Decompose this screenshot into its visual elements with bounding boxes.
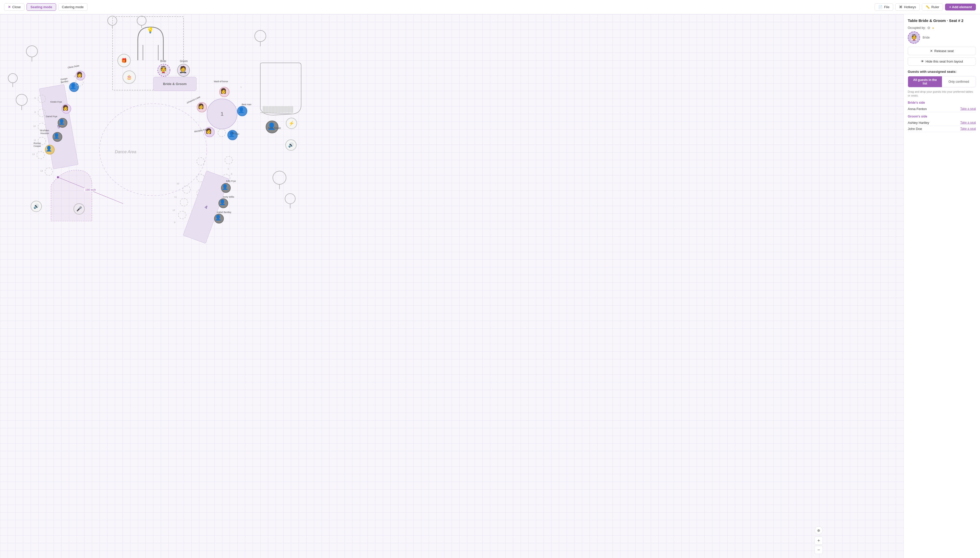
tree-right-2	[270, 170, 288, 192]
seat-t4-top: 1	[227, 167, 229, 170]
tree-right-1	[253, 30, 268, 49]
svg-point-31	[100, 104, 207, 195]
kitty-seat[interactable]: 👤	[221, 183, 231, 194]
seat-14-num: 14	[40, 169, 43, 172]
table-1-label: 1	[221, 111, 223, 117]
seat-13-empty[interactable]	[36, 151, 45, 159]
seat-t4-n2: 11	[174, 195, 177, 198]
purple-area	[46, 165, 97, 210]
svg-point-4	[26, 46, 38, 57]
svg-rect-44	[287, 106, 290, 113]
seat-t4-n3: 12	[172, 209, 175, 210]
catering-mode-label: Catering mode	[62, 5, 84, 9]
svg-rect-37	[266, 106, 268, 113]
close-label: Close	[12, 5, 21, 9]
kirstin-seat[interactable]: 👩	[61, 104, 72, 115]
groom-seat-label: Groom	[176, 60, 191, 62]
alice-label: Alice Neale	[268, 127, 281, 130]
speaker-right-icon: 🔊	[285, 140, 296, 151]
kitty-label: Kitty Frye	[223, 180, 239, 182]
bride-seat[interactable]: 👰	[157, 64, 170, 78]
plug-icon-element: ⚡	[286, 118, 297, 129]
seat-5-empty[interactable]	[38, 95, 46, 103]
seating-mode-button[interactable]: Seating mode	[26, 3, 56, 11]
svg-point-10	[255, 30, 266, 42]
maid-label: Maid-of-honor	[213, 80, 229, 83]
brenden-seat[interactable]: 👤	[52, 132, 62, 143]
bride-groom-label: Bride & Groom	[163, 82, 187, 86]
seat-15-empty[interactable]	[218, 129, 226, 137]
tree-left-3	[14, 94, 29, 112]
seat-13-num: 13	[32, 153, 35, 156]
lightbulb-icon: 💡	[147, 27, 154, 34]
table-4-label: 4	[204, 204, 208, 210]
tree-left-2	[7, 73, 19, 89]
tree-left-1	[24, 45, 39, 64]
tree-right-3	[283, 193, 297, 210]
svg-point-14	[285, 194, 295, 204]
seat-10-empty[interactable]	[38, 123, 46, 131]
svg-rect-38	[269, 106, 272, 113]
seat-15-t1-empty[interactable]	[224, 156, 233, 164]
archway: 💡	[135, 25, 166, 60]
svg-rect-43	[284, 106, 287, 113]
gift-icon-element: 🎁	[118, 54, 131, 67]
darrel-seat[interactable]: 👤	[57, 118, 68, 129]
speaker-left-icon: 🔊	[31, 201, 42, 210]
close-button[interactable]: ✕ Close	[4, 3, 25, 11]
svg-rect-45	[290, 106, 293, 113]
maid-seat[interactable]: 👩	[219, 87, 230, 98]
svg-point-6	[8, 74, 17, 83]
bestman-seat[interactable]: 👤	[237, 106, 247, 118]
svg-point-12	[273, 171, 286, 184]
bride-groom-table: Bride & Groom	[153, 77, 196, 91]
seat-5-num: 5	[34, 97, 36, 99]
svg-rect-36	[263, 106, 265, 113]
seat-t4-2[interactable]	[180, 198, 188, 206]
seat-t4-n1: 10	[177, 182, 179, 185]
canvas-area: 💡 🎁 🎂 Bride & Groom 👰 Bride 🤵 Groom 5 👤 …	[0, 14, 368, 210]
kirstin-label: Kirstin Frye	[49, 101, 64, 103]
seat-10-num: 10	[33, 125, 36, 128]
seat-11-empty[interactable]	[38, 137, 46, 145]
seat-9-t1: 9	[231, 172, 232, 175]
olivia-label: Olivia Duke	[66, 64, 82, 69]
close-icon: ✕	[8, 5, 11, 9]
svg-rect-39	[272, 106, 275, 113]
catering-mode-button[interactable]: Catering mode	[58, 3, 88, 11]
seat-8-num: 8	[74, 75, 75, 78]
seat-8-empty[interactable]	[75, 78, 83, 86]
jonty-seat[interactable]: 👤	[218, 198, 228, 209]
svg-rect-41	[278, 106, 281, 113]
toolbar: ✕ Close Seating mode Catering mode 📄 Fil…	[0, 0, 368, 14]
bride-seat-label: Bride	[156, 60, 171, 62]
seat-9-num: 9	[34, 111, 36, 113]
seat-1-num: 1	[241, 86, 242, 89]
table-1: 1	[207, 98, 237, 129]
darrel-label: Darrel Frye	[44, 115, 59, 118]
svg-rect-40	[275, 106, 278, 113]
roman-seat[interactable]: 👤	[45, 144, 55, 156]
svg-point-8	[16, 94, 27, 105]
dance-oval	[97, 101, 209, 199]
bestman-label: Best man	[239, 103, 254, 106]
jonty-label: Jonty Willis	[221, 195, 236, 199]
piano	[258, 62, 303, 117]
ruler-measurement: 190 inch	[84, 188, 97, 192]
seat-t4-1[interactable]	[182, 185, 191, 194]
seat-9-empty[interactable]	[38, 109, 46, 117]
seat-11-num: 11	[34, 139, 36, 141]
cake-icon-element: 🎂	[123, 71, 136, 84]
svg-rect-42	[281, 106, 284, 113]
seating-mode-label: Seating mode	[30, 5, 52, 9]
groom-seat[interactable]: 🤵	[177, 64, 190, 78]
